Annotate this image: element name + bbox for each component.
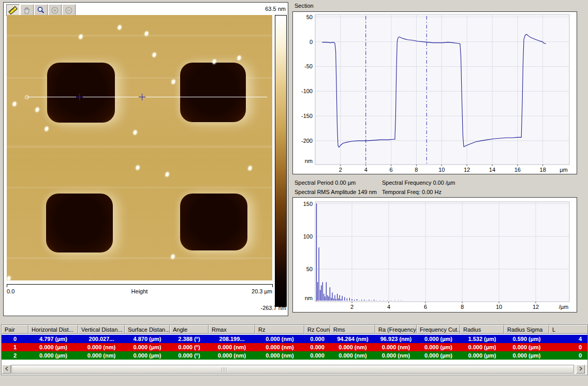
- zoom-in-button[interactable]: [48, 4, 62, 16]
- svg-text:12: 12: [533, 304, 539, 310]
- cell: 0.000 (nm): [255, 343, 304, 351]
- magnify-tool-button[interactable]: [34, 4, 48, 16]
- measurement-table: PairHorizontal Dist...Vertical Distan...…: [1, 324, 588, 375]
- spectral-rms-label: Spectral RMS Amplitude 149 nm: [295, 189, 377, 195]
- scroll-left-button[interactable]: [2, 365, 11, 374]
- svg-text:16: 16: [514, 167, 521, 173]
- surface-particle: [165, 172, 169, 177]
- column-header-horizontal-dist[interactable]: Horizontal Dist...: [28, 325, 78, 334]
- pan-tool-button[interactable]: [20, 4, 34, 16]
- svg-text:4: 4: [387, 304, 390, 310]
- surface-particle: [7, 276, 11, 280]
- zoom-out-icon: [65, 6, 73, 14]
- profile-marker-2[interactable]: [139, 94, 145, 100]
- scrollbar-thumb[interactable]: [11, 365, 574, 374]
- etched-square: [47, 63, 115, 123]
- scroll-right-button[interactable]: [576, 365, 585, 374]
- cell: 208.199...: [209, 335, 255, 343]
- column-header-pair[interactable]: Pair: [2, 325, 28, 334]
- cell: 0: [549, 343, 588, 351]
- svg-text:6: 6: [390, 167, 393, 173]
- cell: 0.000 (µm): [417, 335, 460, 343]
- surface-particle: [136, 165, 140, 170]
- scroll-left-icon: [5, 366, 9, 371]
- svg-text:50: 50: [306, 266, 313, 272]
- cell: 94.264 (nm): [330, 335, 375, 343]
- surface-particle: [171, 79, 175, 84]
- cell: 0.000 (nm): [375, 351, 417, 360]
- section-chart-title: Section: [295, 3, 314, 9]
- scrollbar-grip: [222, 367, 228, 372]
- cell: 0.000 (°): [170, 343, 209, 351]
- svg-text:50: 50: [306, 14, 313, 20]
- cell: 0.000 (nm): [78, 351, 125, 360]
- svg-text:18: 18: [540, 167, 546, 173]
- column-header-rmax[interactable]: Rmax: [209, 325, 255, 334]
- cell: 2.388 (°): [170, 335, 209, 343]
- surface-particle: [35, 107, 39, 112]
- cell: 0.000 (µm): [417, 351, 460, 360]
- zoom-out-button[interactable]: [62, 4, 76, 16]
- svg-text:µm: µm: [560, 167, 568, 173]
- svg-text:-200: -200: [301, 138, 313, 144]
- profile-line-start-handle[interactable]: [25, 95, 29, 99]
- section-chart-panel: 24681012141618500-50-100-150-200nmµm: [292, 11, 577, 174]
- svg-text:150: 150: [303, 201, 313, 207]
- svg-text:8: 8: [461, 304, 464, 310]
- ruler-tool-button[interactable]: [6, 4, 20, 16]
- svg-text:-100: -100: [301, 88, 313, 94]
- section-analysis-window: 63.5 nm 0.0 Height 20.3 µm -263.7 nm Sec…: [0, 0, 588, 386]
- svg-text:nm: nm: [305, 295, 313, 301]
- afm-height-image[interactable]: [7, 15, 272, 280]
- measurement-row-0[interactable]: 04.797 (µm)200.027...4.870 (µm)2.388 (°)…: [2, 335, 588, 343]
- column-header-vertical-distan[interactable]: Vertical Distan...: [78, 325, 125, 334]
- scan-streak: [7, 187, 272, 188]
- surface-particle: [237, 55, 241, 61]
- cell: 0.000 (µm): [504, 343, 549, 351]
- column-header-frequency-cut[interactable]: Frequency Cut...: [417, 325, 460, 334]
- temporal-frequency-label: Temporal Freq: 0.00 Hz: [382, 189, 442, 195]
- cell: 0.000 (nm): [375, 343, 417, 351]
- column-header-radius[interactable]: Radius: [460, 325, 504, 334]
- profile-marker-1[interactable]: [76, 94, 83, 100]
- hand-icon: [23, 6, 31, 14]
- surface-particle: [152, 52, 156, 57]
- svg-text:14: 14: [489, 167, 495, 173]
- measurement-row-2[interactable]: 20.000 (µm)0.000 (nm)0.000 (µm)0.000 (°)…: [2, 351, 588, 360]
- cell: 0.000 (µm): [460, 351, 504, 360]
- power-spectrum-chart[interactable]: 2468101215010050nm/µm: [293, 198, 576, 311]
- svg-text:4: 4: [364, 167, 368, 173]
- cell: 0.000 (nm): [255, 335, 304, 343]
- cell: 0.000 (µm): [28, 351, 78, 360]
- column-header-ra-frequency[interactable]: Ra (Frequency...: [375, 325, 417, 334]
- height-color-scale: [275, 15, 287, 307]
- image-width-bracket: [7, 284, 273, 287]
- column-header-surface-distan[interactable]: Surface Distan...: [125, 325, 170, 334]
- column-header-rz[interactable]: Rz: [255, 325, 304, 334]
- section-profile-line[interactable]: [26, 97, 267, 97]
- cell: 0.000: [304, 343, 330, 351]
- etched-square: [180, 194, 247, 250]
- svg-text:nm: nm: [305, 158, 313, 164]
- scan-streak: [7, 257, 272, 259]
- cell: 0.000 (nm): [330, 351, 375, 360]
- spectral-frequency-label: Spectral Frequency 0.00 /µm: [382, 180, 455, 186]
- cell: 200.027...: [78, 335, 125, 343]
- section-profile-chart[interactable]: 24681012141618500-50-100-150-200nmµm: [293, 12, 576, 173]
- etched-square: [46, 194, 113, 253]
- column-header-angle[interactable]: Angle: [170, 325, 209, 334]
- cell: 4.797 (µm): [28, 335, 78, 343]
- cell: 0.000: [304, 351, 330, 360]
- color-scale-min-label: -263.7 nm: [260, 305, 286, 311]
- cell: 96.923 (nm): [375, 335, 417, 343]
- column-header-l[interactable]: L: [549, 325, 588, 334]
- column-header-rms[interactable]: Rms: [330, 325, 375, 334]
- measurement-row-1[interactable]: 10.000 (µm)0.000 (nm)0.000 (µm)0.000 (°)…: [2, 343, 588, 351]
- cell: 0.000 (nm): [209, 351, 255, 360]
- cell: 0.000 (nm): [78, 343, 125, 351]
- cell: 0.000 (nm): [330, 343, 375, 351]
- column-header-radius-sigma[interactable]: Radius Sigma: [504, 325, 549, 334]
- color-scale-max-label: 63.5 nm: [265, 6, 286, 12]
- column-header-rz-count[interactable]: Rz Count: [304, 325, 330, 334]
- table-horizontal-scrollbar[interactable]: [2, 365, 587, 374]
